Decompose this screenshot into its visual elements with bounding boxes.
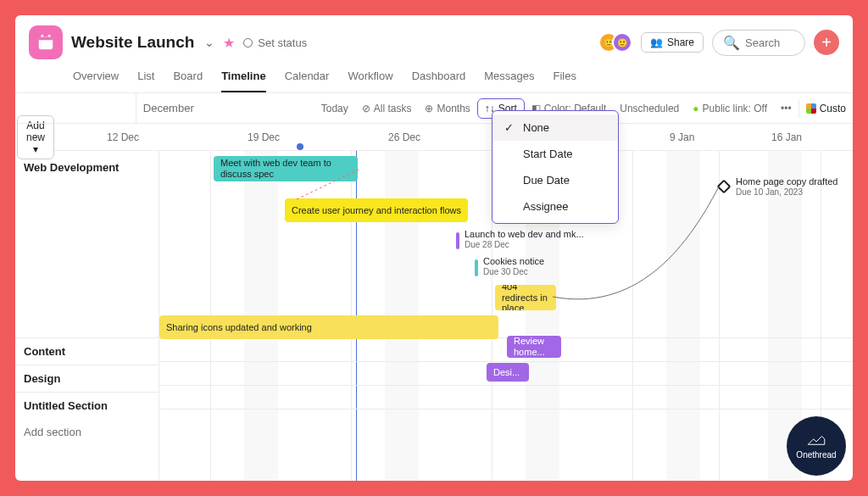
create-button[interactable]: + [814, 30, 839, 55]
task-bar[interactable]: Review home... [507, 336, 561, 358]
tab-workflow[interactable]: Workflow [348, 64, 392, 92]
link-indicator-icon: ● [693, 103, 698, 114]
customize-button[interactable]: Custo [798, 99, 853, 118]
date-col: 9 Jan [666, 131, 768, 143]
project-icon[interactable] [29, 25, 63, 59]
unscheduled-button[interactable]: Unscheduled [613, 99, 686, 118]
onethread-badge: Onethread [787, 416, 846, 476]
project-tabs: Overview List Board Timeline Calendar Wo… [15, 63, 853, 93]
search-input[interactable] [745, 36, 804, 49]
today-indicator-icon [297, 143, 303, 150]
public-link-button[interactable]: ● Public link: Off [686, 99, 774, 118]
tab-list[interactable]: List [137, 64, 154, 92]
member-avatars[interactable]: 🙂 🙂 [598, 32, 632, 53]
project-title[interactable]: Website Launch [71, 33, 194, 52]
status-circle-icon [243, 38, 253, 47]
set-status-label: Set status [258, 36, 307, 49]
task-bar[interactable]: Meet with web dev team to discuss spec [214, 156, 358, 181]
star-icon[interactable]: ★ [223, 35, 235, 51]
magnify-icon: ⊕ [425, 103, 433, 114]
sort-menu: ✓ None Start Date Due Date Assignee [492, 110, 619, 224]
section-untitled[interactable]: Untitled Section [15, 392, 159, 419]
date-col: 16 Jan [768, 131, 853, 143]
task-bar[interactable]: Desi... [487, 363, 529, 382]
section-design[interactable]: Design [15, 365, 159, 392]
share-label: Share [667, 36, 694, 48]
section-web-development[interactable]: Web Development [15, 151, 159, 337]
section-content[interactable]: Content [15, 337, 159, 365]
sort-option-due-date[interactable]: Due Date [492, 167, 618, 193]
task-label: Cookies notice Due 30 Dec [483, 256, 544, 277]
set-status-button[interactable]: Set status [243, 36, 307, 49]
date-col: 12 Dec [103, 131, 244, 143]
today-button[interactable]: Today [314, 99, 355, 118]
task-marker[interactable] [475, 259, 478, 276]
milestone-label: Home page copy drafted Due 10 Jan, 2023 [736, 176, 837, 198]
people-icon: 👥 [650, 36, 663, 48]
check-icon: ✓ [504, 121, 515, 134]
avatar[interactable]: 🙂 [612, 32, 632, 53]
tab-overview[interactable]: Overview [73, 64, 119, 92]
section-sidebar: Web Development Content Design Untitled … [15, 151, 159, 481]
tab-timeline[interactable]: Timeline [221, 64, 266, 92]
circle-check-icon: ⊘ [362, 103, 370, 114]
sort-option-none[interactable]: ✓ None [492, 114, 618, 141]
month-label: December [136, 102, 314, 114]
task-label: Launch to web dev and mk... Due 28 Dec [465, 229, 584, 250]
tab-files[interactable]: Files [553, 64, 576, 92]
tab-board[interactable]: Board [173, 64, 203, 92]
task-marker[interactable] [456, 232, 459, 249]
chevron-down-icon[interactable]: ⌄ [204, 36, 214, 49]
tab-messages[interactable]: Messages [484, 64, 534, 92]
task-bar[interactable]: Sharing icons updated and working [159, 315, 498, 339]
task-bar[interactable]: Create user journey and interaction flow… [285, 198, 468, 222]
add-section-button[interactable]: Add section [15, 419, 159, 445]
svg-rect-3 [39, 37, 53, 41]
customize-icon [806, 103, 816, 114]
share-button[interactable]: 👥 Share [641, 32, 704, 53]
tab-calendar[interactable]: Calendar [285, 64, 330, 92]
badge-label: Onethread [796, 450, 836, 460]
sort-option-assignee[interactable]: Assignee [492, 193, 618, 220]
date-headers: 12 Dec 19 Dec 26 Dec 9 Jan 16 Jan [103, 131, 853, 143]
task-bar[interactable]: 404 redirects in place [495, 285, 556, 310]
tab-dashboard[interactable]: Dashboard [412, 64, 466, 92]
search-icon: 🔍 [723, 35, 740, 51]
filter-alltasks[interactable]: ⊘ All tasks [355, 99, 419, 118]
zoom-months[interactable]: ⊕ Months [418, 99, 476, 118]
date-col: 19 Dec [244, 131, 385, 143]
search-box[interactable]: 🔍 [712, 30, 805, 56]
more-button[interactable]: ••• [774, 99, 798, 118]
sort-option-start-date[interactable]: Start Date [492, 141, 618, 167]
